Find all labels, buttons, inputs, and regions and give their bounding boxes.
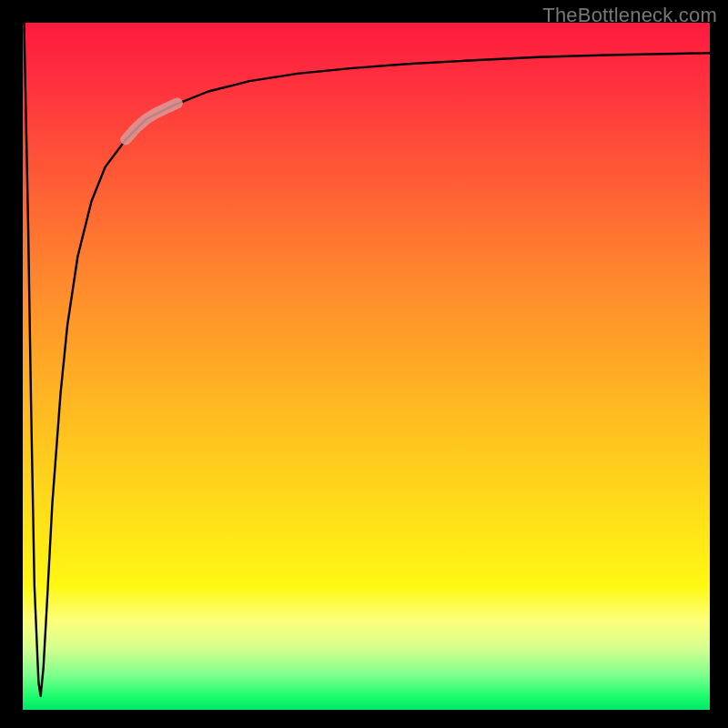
plot-area — [23, 23, 710, 710]
chart-frame: TheBottleneck.com — [0, 0, 728, 728]
highlight-segment — [126, 103, 177, 139]
attribution-text: TheBottleneck.com — [542, 4, 717, 27]
curve-layer — [23, 23, 710, 710]
bottleneck-curve — [25, 23, 710, 696]
